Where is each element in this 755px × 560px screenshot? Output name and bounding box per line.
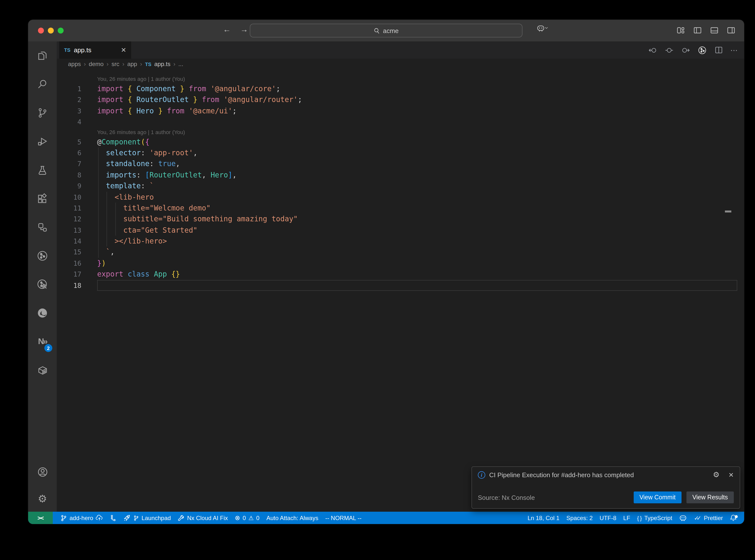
code-line-18[interactable]: 18: [57, 280, 744, 291]
code-line-2[interactable]: 2import { RouterOutlet } from '@angular/…: [57, 94, 744, 105]
breadcrumb-item[interactable]: app.ts: [154, 61, 171, 67]
code-line-17[interactable]: 17export class App {}: [57, 269, 744, 280]
code-line-3[interactable]: 3import { Hero } from '@acme/ui';: [57, 105, 744, 117]
breadcrumb-item[interactable]: apps: [68, 61, 81, 67]
code-line-15[interactable]: 15 `,: [57, 247, 744, 258]
tab-label: app.ts: [74, 46, 92, 54]
indent-guide: [106, 224, 107, 236]
screen: ← → acme ›: [0, 0, 755, 560]
view-commit-button[interactable]: View Commit: [633, 492, 681, 503]
run-and-debug-icon[interactable]: [28, 127, 57, 156]
gitlens-icon[interactable]: [28, 242, 57, 270]
more-actions-icon[interactable]: ⋯: [730, 46, 738, 55]
toggle-panel-icon[interactable]: [710, 26, 718, 35]
titlebar: ← → acme ›: [28, 20, 744, 41]
source-control-icon[interactable]: [28, 99, 57, 127]
split-editor-icon[interactable]: [715, 46, 723, 54]
code-line-14[interactable]: 14 ></lib-hero>: [57, 236, 744, 247]
code-line-8[interactable]: 8 imports: [RouterOutlet, Hero],: [57, 169, 744, 180]
commit-graph-small-icon: [110, 514, 116, 521]
vim-mode-item[interactable]: -- NORMAL --: [322, 512, 365, 524]
indent-guide: [98, 169, 98, 180]
code-line-4[interactable]: 4: [57, 116, 744, 127]
gitlens-inspect-icon[interactable]: [28, 270, 57, 299]
code-line-9[interactable]: 9 template: `: [57, 180, 744, 192]
code-line-13[interactable]: 13 cta="Get Started": [57, 224, 744, 236]
auto-attach-item[interactable]: Auto Attach: Always: [263, 512, 322, 524]
code-line-1[interactable]: 1import { Component } from '@angular/cor…: [57, 83, 744, 94]
activity-bar: N» 2 ⚙: [28, 41, 57, 512]
history-forward-icon[interactable]: →: [240, 25, 248, 34]
next-change-icon[interactable]: [681, 46, 690, 55]
customize-layout-icon[interactable]: [677, 26, 685, 35]
search-icon[interactable]: [28, 70, 57, 99]
explorer-icon[interactable]: [28, 41, 57, 70]
code-line-16[interactable]: 16}): [57, 258, 744, 269]
warnings-icon: ⚠: [248, 514, 254, 521]
git-branch-item[interactable]: add-hero: [57, 512, 106, 524]
encoding-item[interactable]: UTF-8: [596, 512, 620, 524]
extensions-icon[interactable]: [28, 184, 57, 213]
code-editor[interactable]: You, 26 minutes ago | 1 author (You)1imp…: [57, 69, 744, 512]
nx-cloud-fix-item[interactable]: Nx Cloud AI Fix: [174, 512, 231, 524]
settings-gear-icon[interactable]: ⚙: [28, 486, 57, 512]
notifications-bell-item[interactable]: [727, 512, 740, 524]
maximize-window-button[interactable]: [58, 27, 64, 34]
blame-annotation: You, 26 minutes ago | 1 author (You): [57, 127, 744, 136]
view-results-button[interactable]: View Results: [687, 492, 734, 503]
containers-icon[interactable]: [28, 356, 57, 384]
close-tab-icon[interactable]: ✕: [121, 46, 126, 54]
line-number: 4: [57, 116, 81, 127]
branch-name: add-hero: [69, 514, 93, 521]
warning-count: 0: [256, 514, 259, 521]
eol-item[interactable]: LF: [620, 512, 634, 524]
language-mode-item[interactable]: { } TypeScript: [634, 512, 676, 524]
formatter-item[interactable]: ✓✓ Prettier: [690, 512, 727, 524]
problems-item[interactable]: ⊗ 0 ⚠ 0: [231, 512, 263, 524]
indent-guide: [106, 236, 107, 247]
code-line-10[interactable]: 10 <lib-hero: [57, 192, 744, 203]
related-views-icon[interactable]: [28, 213, 57, 242]
graph-status-item[interactable]: [106, 512, 120, 524]
launchpad-item[interactable]: Launchpad: [120, 512, 174, 524]
search-icon: [374, 27, 380, 34]
notification-settings-icon[interactable]: ⚙: [713, 471, 719, 479]
tab-app-ts[interactable]: TS app.ts ✕: [59, 41, 131, 59]
indent-guide: [115, 203, 116, 214]
breadcrumb-item[interactable]: demo: [89, 61, 103, 67]
copilot-status-item[interactable]: [676, 512, 690, 524]
line-number: 5: [57, 136, 81, 147]
code-line-7[interactable]: 7 standalone: true,: [57, 159, 744, 169]
testing-icon[interactable]: [28, 156, 57, 184]
nx-console-icon[interactable]: N» 2: [28, 327, 57, 356]
indentation-item[interactable]: Spaces: 2: [563, 512, 596, 524]
minimize-window-button[interactable]: [48, 27, 54, 34]
edge-tools-icon[interactable]: [28, 299, 57, 327]
current-change-icon[interactable]: [665, 46, 674, 55]
line-number: 1: [57, 83, 81, 94]
remote-indicator[interactable]: ><: [28, 512, 53, 524]
breadcrumb-item[interactable]: app: [127, 61, 137, 67]
breadcrumb-item[interactable]: ...: [178, 61, 183, 67]
accounts-icon[interactable]: [28, 458, 57, 486]
git-branch-icon: [60, 514, 67, 521]
status-bar: >< add-hero: [28, 512, 744, 524]
commit-graph-icon[interactable]: [697, 45, 707, 55]
code-line-6[interactable]: 6 selector: 'app-root',: [57, 147, 744, 159]
copilot-menu[interactable]: ›: [537, 25, 548, 32]
code-line-12[interactable]: 12 subtitle="Build something amazing tod…: [57, 214, 744, 225]
history-back-icon[interactable]: ←: [223, 25, 231, 34]
breadcrumb-item[interactable]: src: [112, 61, 119, 67]
code-line-5[interactable]: 5@Component({: [57, 136, 744, 147]
notification-close-icon[interactable]: ✕: [728, 471, 734, 479]
chevron-down-icon: ›: [543, 27, 551, 29]
indent-guide: [98, 247, 98, 258]
prev-change-icon[interactable]: [649, 46, 657, 55]
toggle-secondary-sidebar-icon[interactable]: [727, 26, 735, 35]
code-line-11[interactable]: 11 title="Welcmoe demo": [57, 203, 744, 214]
command-center-search[interactable]: acme: [250, 24, 522, 38]
notification-source: Source: Nx Console: [478, 494, 535, 501]
cursor-position-item[interactable]: Ln 18, Col 1: [524, 512, 563, 524]
close-window-button[interactable]: [38, 27, 44, 34]
toggle-primary-sidebar-icon[interactable]: [693, 26, 702, 35]
